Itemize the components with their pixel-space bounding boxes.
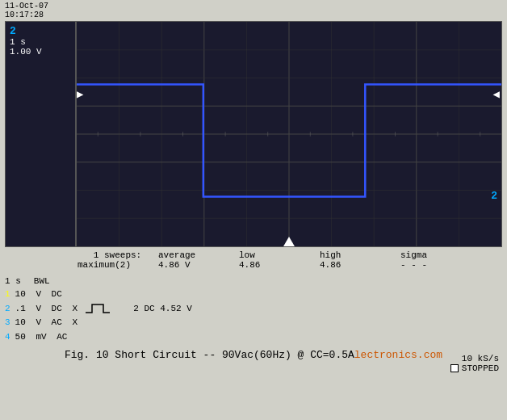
channel-rows: 1 10 V DC 2 .1 V DC X 2 DC 4.52 V 3 1: [5, 288, 502, 344]
ch2-dc-value: 2 DC 4.52 V: [133, 302, 192, 317]
params-row: 1 s BWL: [5, 275, 502, 288]
high-header: high: [320, 250, 392, 260]
ch2-extra: X: [67, 302, 78, 317]
time-param: 1 s: [5, 276, 21, 286]
sample-rate: 10 kS/s: [450, 354, 499, 363]
channel-row-2: 2 .1 V DC X 2 DC 4.52 V: [5, 302, 502, 317]
status-label: STOPPED: [462, 363, 499, 373]
ch4-coupling: AC: [52, 330, 68, 345]
sigma-header: sigma: [400, 250, 473, 260]
stopped-badge: STOPPED: [450, 363, 499, 373]
ch4-volts: 50: [15, 330, 26, 345]
ch3-coupling: AC: [46, 316, 62, 330]
bottom-right-info: 10 kS/s STOPPED: [450, 354, 499, 373]
ch2-screen-label: 2: [491, 190, 497, 202]
low-header: low: [239, 250, 312, 260]
low-value: 4.86: [239, 260, 312, 270]
ch3-volts: 10: [15, 316, 26, 330]
caption-site: lectronics.com: [354, 349, 442, 361]
date-time: 11-Oct-07 10:17:28: [5, 2, 48, 19]
ch3-extra: X: [67, 316, 78, 330]
ch2-num: 2: [5, 302, 10, 317]
channel-row-4: 4 50 mV AC: [5, 330, 502, 345]
bwl-label: BWL: [34, 276, 50, 286]
channel-row-3: 3 10 V AC X: [5, 316, 502, 330]
waveform: [77, 22, 501, 246]
sweeps-label: 1 sweeps:: [78, 250, 150, 260]
channel-number: 2: [10, 25, 71, 37]
stats-header-row: 1 sweeps: average low high sigma: [78, 250, 502, 260]
volts-per-div: 1.00 V: [10, 47, 71, 57]
bottom-section: 1 s BWL 1 10 V DC 2 .1 V DC X 2 DC 4: [5, 275, 502, 344]
time: 10:17:28: [5, 10, 48, 19]
ch4-unit: mV: [31, 330, 47, 345]
stop-icon: [450, 364, 459, 372]
stats-data-row: maximum(2) 4.86 V 4.86 4.86 - - -: [78, 260, 502, 270]
ch2-dc-info: [118, 302, 128, 317]
time-per-div: 1 s: [10, 37, 71, 47]
maximum-label: maximum(2): [78, 260, 150, 270]
average-header: average: [158, 250, 231, 260]
ch1-num: 1: [5, 288, 10, 302]
channel-row-1: 1 10 V DC: [5, 288, 502, 302]
ch4-num: 4: [5, 330, 10, 345]
high-value: 4.86: [320, 260, 392, 270]
channel-info-panel: 2 1 s 1.00 V: [5, 21, 76, 247]
ch1-unit: V: [31, 288, 41, 302]
ch3-unit: V: [31, 316, 41, 330]
square-wave-symbol: [86, 303, 110, 314]
top-bar: 11-Oct-07 10:17:28: [0, 0, 507, 21]
ch1-volts: 10: [15, 288, 26, 302]
oscilloscope-screen: leCroy: [76, 21, 502, 247]
ch2-right-marker: ◀: [493, 87, 500, 101]
sigma-value: - - -: [400, 260, 473, 270]
ch2-volts: .1: [15, 302, 26, 317]
svg-marker-27: [283, 237, 295, 246]
ch2-arrow-marker: ▶: [77, 87, 83, 101]
ch2-coupling: DC: [46, 302, 62, 317]
stats-area: 1 sweeps: average low high sigma maximum…: [78, 249, 502, 271]
caption-area: Fig. 10 Short Circuit -- 90Vac(60Hz) @ C…: [0, 349, 507, 361]
date: 11-Oct-07: [5, 2, 48, 10]
ch3-num: 3: [5, 316, 10, 330]
ch1-coupling: DC: [46, 288, 62, 302]
caption-text: Fig. 10 Short Circuit -- 90Vac(60Hz) @ C…: [65, 349, 354, 361]
ch2-unit: V: [31, 302, 41, 317]
average-value: 4.86 V: [158, 260, 231, 270]
